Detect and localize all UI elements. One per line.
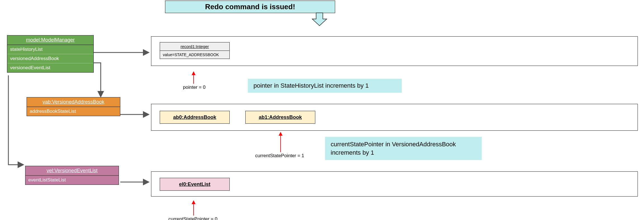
- record1-box: record1:Integer value=STATE_ADDRESSBOOK: [160, 42, 230, 59]
- ab0-box: ab0:AddressBook: [160, 111, 230, 124]
- panel-vel: el0:EventList: [151, 171, 638, 197]
- model-field-vel: versionedEventList: [7, 63, 93, 72]
- ab1-text: ab1:AddressBook: [259, 114, 302, 120]
- note-statehistory-text: pointer in StateHistoryList increments b…: [253, 82, 369, 89]
- panel-statehistory: record1:Integer value=STATE_ADDRESSBOOK: [151, 36, 638, 66]
- record1-title: record1:Integer: [160, 42, 229, 51]
- model-title: model:ModelManager: [7, 35, 93, 45]
- csp1-label: currentStatePointer = 1: [255, 153, 304, 159]
- pointer-0-label: pointer = 0: [183, 85, 206, 90]
- banner-text: Redo command is issued!: [205, 3, 295, 11]
- el0-box: el0:EventList: [160, 178, 230, 191]
- vab-field: addressBookStateList: [27, 107, 120, 116]
- ab1-box: ab1:AddressBook: [245, 111, 315, 124]
- el0-text: el0:EventList: [179, 181, 210, 187]
- model-field-vab: versionedAddressBook: [7, 54, 93, 63]
- banner: Redo command is issued!: [165, 1, 335, 13]
- vab-box: vab:VersionedAddressBook addressBookStat…: [27, 97, 120, 116]
- csp0-label: currentStatePointer = 0: [168, 216, 217, 220]
- down-arrow-icon: [312, 13, 327, 26]
- note-statehistory: pointer in StateHistoryList increments b…: [248, 79, 402, 93]
- ab0-text: ab0:AddressBook: [173, 114, 216, 120]
- vel-field: eventListStateList: [25, 176, 119, 185]
- vel-title: vel:VersionedEventList: [25, 166, 119, 176]
- note-vab: currentStatePointer in VersionedAddressB…: [325, 137, 482, 160]
- note-vab-text: currentStatePointer in VersionedAddressB…: [331, 141, 456, 156]
- vab-title: vab:VersionedAddressBook: [27, 97, 120, 107]
- panel-vab: ab0:AddressBook ab1:AddressBook: [151, 104, 638, 131]
- vel-box: vel:VersionedEventList eventListStateLis…: [25, 166, 119, 185]
- model-manager-box: model:ModelManager stateHistoryList vers…: [7, 35, 94, 73]
- record1-value: value=STATE_ADDRESSBOOK: [160, 51, 229, 59]
- model-field-statehistory: stateHistoryList: [7, 45, 93, 54]
